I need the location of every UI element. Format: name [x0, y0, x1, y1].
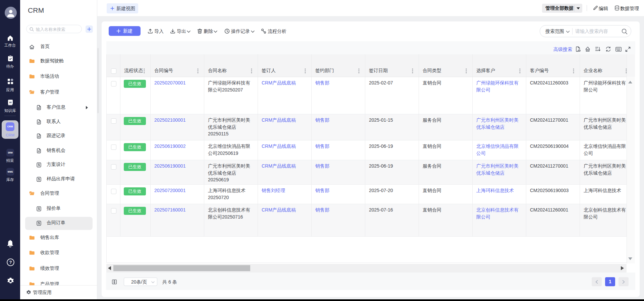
svg-text:AI: AI: [9, 101, 12, 104]
svg-text:?: ?: [9, 260, 12, 265]
